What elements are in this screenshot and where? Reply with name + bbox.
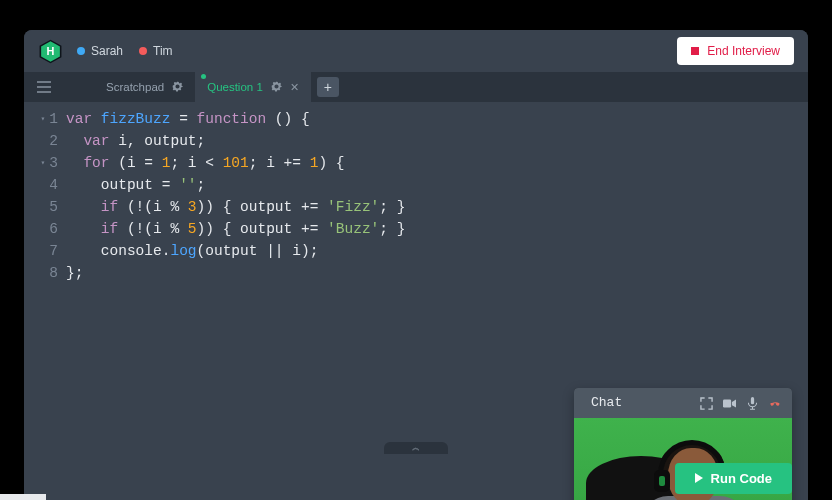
chat-title: Chat	[591, 392, 622, 414]
participant-name: Sarah	[91, 44, 123, 58]
mic-icon[interactable]	[746, 397, 759, 410]
run-code-label: Run Code	[711, 471, 772, 486]
participant-name: Tim	[153, 44, 173, 58]
code-line: output = '';	[66, 174, 808, 196]
end-interview-button[interactable]: End Interview	[677, 37, 794, 65]
unsaved-indicator-icon	[201, 74, 206, 79]
stop-icon	[691, 47, 699, 55]
app-window: H Sarah Tim End Interview Scratch	[24, 30, 808, 500]
tab-question-1[interactable]: Question 1 ✕	[195, 72, 311, 102]
fold-icon[interactable]: ▾	[40, 108, 45, 130]
line-number: 1	[49, 108, 58, 130]
svg-rect-6	[723, 399, 731, 407]
tab-label: Scratchpad	[106, 81, 164, 93]
logo-icon: H	[38, 39, 63, 64]
code-line: if (!(i % 3)) { output += 'Fizz'; }	[66, 196, 808, 218]
add-tab-button[interactable]: +	[317, 77, 339, 97]
participant-sarah[interactable]: Sarah	[77, 44, 123, 58]
close-icon[interactable]: ✕	[290, 81, 299, 94]
line-number: 4	[49, 174, 58, 196]
fold-icon[interactable]: ▾	[40, 152, 45, 174]
tab-label: Question 1	[207, 81, 263, 93]
code-line: if (!(i % 5)) { output += 'Buzz'; }	[66, 218, 808, 240]
presence-dot-icon	[139, 47, 147, 55]
code-editor[interactable]: ▾1 2 ▾3 4 5 6 7 8 var fizzBuzz = functio…	[24, 102, 808, 500]
participant-tim[interactable]: Tim	[139, 44, 173, 58]
participants: Sarah Tim	[77, 44, 173, 58]
code-line: console.log(output || i);	[66, 240, 808, 262]
line-number: 3	[49, 152, 58, 174]
play-icon	[695, 473, 703, 483]
chevron-up-icon: ︽	[412, 437, 420, 459]
top-bar: H Sarah Tim End Interview	[24, 30, 808, 72]
video-icon[interactable]	[723, 397, 736, 410]
menu-button[interactable]	[30, 72, 58, 102]
panel-collapse-handle[interactable]: ︽	[384, 442, 448, 454]
svg-text:H: H	[47, 45, 55, 57]
gear-icon[interactable]	[271, 81, 282, 94]
line-gutter: ▾1 2 ▾3 4 5 6 7 8	[24, 102, 66, 500]
line-number: 8	[49, 262, 58, 284]
presence-dot-icon	[77, 47, 85, 55]
line-number: 5	[49, 196, 58, 218]
top-bar-left: H Sarah Tim	[38, 39, 173, 64]
line-number: 7	[49, 240, 58, 262]
hangup-icon[interactable]	[769, 397, 782, 410]
end-interview-label: End Interview	[707, 44, 780, 58]
tab-bar: Scratchpad Question 1 ✕ +	[24, 72, 808, 102]
gear-icon[interactable]	[172, 81, 183, 94]
chat-header[interactable]: Chat	[574, 388, 792, 418]
chat-controls	[700, 397, 782, 410]
line-number: 6	[49, 218, 58, 240]
svg-rect-7	[751, 397, 754, 404]
code-line: var i, output;	[66, 130, 808, 152]
code-line: var fizzBuzz = function () {	[66, 108, 808, 130]
tab-scratchpad[interactable]: Scratchpad	[94, 72, 195, 102]
expand-icon[interactable]	[700, 397, 713, 410]
line-number: 2	[49, 130, 58, 152]
status-bar	[0, 494, 46, 500]
run-code-button[interactable]: Run Code	[675, 463, 792, 494]
code-line: for (i = 1; i < 101; i += 1) {	[66, 152, 808, 174]
code-line: };	[66, 262, 808, 284]
